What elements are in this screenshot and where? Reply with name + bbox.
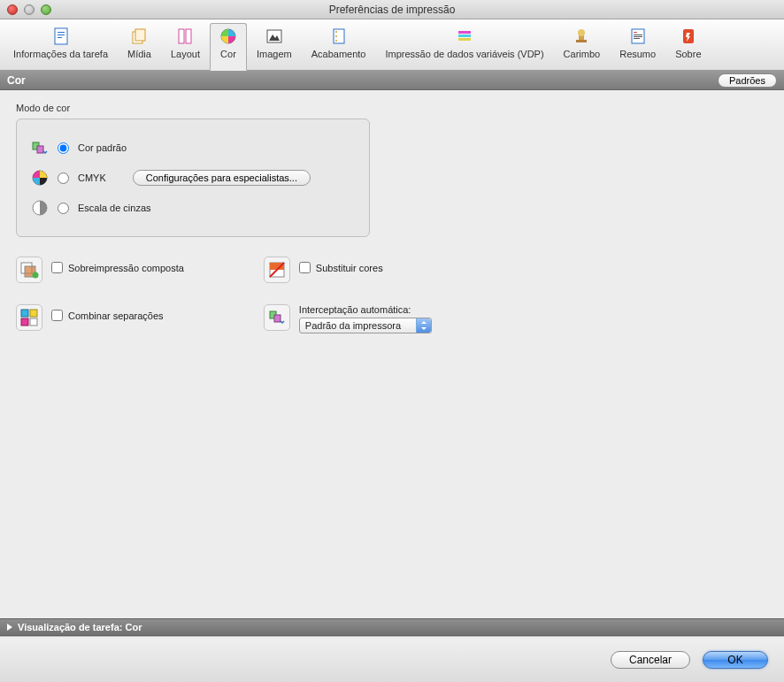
- svg-rect-5: [135, 29, 145, 41]
- tab-label: Sobre: [675, 49, 701, 59]
- tab-vdp[interactable]: Impressão de dados variáveis (VDP): [375, 23, 553, 70]
- composite-overprint-checkbox[interactable]: [51, 262, 63, 273]
- svg-rect-24: [634, 36, 642, 37]
- standard-color-radio[interactable]: [58, 142, 69, 154]
- svg-rect-0: [55, 28, 67, 44]
- combine-separations-checkbox[interactable]: [51, 310, 63, 321]
- tab-label: Imagem: [257, 49, 292, 59]
- composite-overprint-icon: [16, 257, 42, 283]
- svg-point-13: [335, 35, 337, 37]
- about-icon: [680, 27, 697, 45]
- standard-color-label[interactable]: Cor padrão: [78, 142, 127, 153]
- tab-label: Carimbo: [564, 49, 601, 59]
- auto-trap-select[interactable]: Padrão da impressora: [299, 318, 432, 333]
- tab-label: Acabamento: [311, 49, 366, 59]
- job-info-icon: [52, 27, 70, 45]
- svg-point-12: [335, 31, 337, 33]
- tab-color[interactable]: Cor: [210, 23, 247, 71]
- layout-icon: [176, 27, 194, 45]
- expert-settings-button[interactable]: Configurações para especialistas...: [133, 170, 311, 186]
- color-mode-label: Modo de cor: [16, 103, 768, 113]
- standard-color-icon: [31, 139, 49, 157]
- media-icon: [130, 27, 148, 45]
- svg-rect-35: [30, 310, 37, 317]
- defaults-button[interactable]: Padrões: [718, 73, 777, 88]
- composite-overprint-label[interactable]: Sobreimpressão composta: [68, 263, 184, 273]
- substitute-colors-label[interactable]: Substituir cores: [316, 263, 383, 273]
- tab-image[interactable]: Imagem: [247, 23, 302, 70]
- cmyk-label[interactable]: CMYK: [78, 172, 106, 183]
- combine-separations-label[interactable]: Combinar separações: [68, 310, 164, 321]
- svg-rect-3: [58, 37, 62, 38]
- svg-rect-2: [58, 34, 65, 35]
- tab-label: Layout: [171, 49, 200, 59]
- stamp-icon: [573, 27, 590, 45]
- section-title: Cor: [7, 74, 26, 87]
- window-title: Preferências de impressão: [0, 4, 784, 16]
- tab-label: Impressão de dados variáveis (VDP): [385, 49, 543, 59]
- tab-label: Mídia: [127, 49, 151, 59]
- svg-rect-18: [576, 40, 587, 42]
- tab-label: Cor: [220, 49, 236, 59]
- svg-rect-16: [458, 34, 471, 37]
- svg-rect-25: [634, 38, 640, 39]
- auto-trap-icon: [264, 304, 290, 331]
- svg-rect-37: [30, 318, 37, 326]
- preview-bar-label: Visualização de tarefa: Cor: [18, 622, 142, 632]
- svg-rect-22: [634, 32, 637, 33]
- substitute-colors-icon: [264, 257, 290, 283]
- svg-rect-1: [58, 32, 65, 33]
- svg-rect-15: [458, 31, 471, 34]
- tab-stamp[interactable]: Carimbo: [554, 23, 611, 70]
- grayscale-label[interactable]: Escala de cinzas: [78, 203, 151, 213]
- toolbar: Informações da tarefa Mídia Layout Cor I…: [0, 19, 784, 71]
- bottom-bar: Cancelar OK: [0, 636, 784, 682]
- svg-point-33: [33, 272, 39, 279]
- disclosure-triangle-icon: [7, 624, 12, 631]
- preview-bar[interactable]: Visualização de tarefa: Cor: [0, 618, 784, 636]
- svg-point-14: [335, 40, 337, 42]
- tab-label: Resumo: [619, 49, 656, 59]
- color-icon: [219, 27, 237, 45]
- vdp-icon: [456, 27, 473, 45]
- grayscale-icon: [31, 199, 49, 217]
- svg-rect-23: [634, 34, 642, 35]
- svg-point-20: [578, 29, 585, 36]
- svg-rect-11: [334, 29, 344, 43]
- tab-summary[interactable]: Resumo: [610, 23, 665, 70]
- tab-layout[interactable]: Layout: [161, 23, 210, 70]
- svg-rect-36: [21, 318, 28, 326]
- svg-rect-7: [186, 29, 191, 43]
- combine-separations-icon: [16, 304, 42, 331]
- svg-rect-6: [179, 29, 184, 43]
- tab-media[interactable]: Mídia: [118, 23, 161, 70]
- content-panel: Modo de cor Cor padrão CMYK Configuraçõe…: [0, 90, 784, 618]
- cmyk-radio[interactable]: [58, 172, 69, 184]
- minimize-button[interactable]: [24, 4, 35, 15]
- substitute-colors-checkbox[interactable]: [299, 262, 311, 273]
- image-icon: [265, 27, 283, 45]
- tab-finishing[interactable]: Acabamento: [302, 23, 376, 70]
- finishing-icon: [330, 27, 348, 45]
- traffic-lights: [7, 4, 51, 15]
- summary-icon: [629, 27, 647, 45]
- cancel-button[interactable]: Cancelar: [611, 651, 690, 669]
- cmyk-icon: [31, 169, 49, 187]
- svg-rect-42: [274, 315, 281, 322]
- auto-trap-value: Padrão da impressora: [299, 318, 432, 333]
- tab-about[interactable]: Sobre: [665, 23, 711, 70]
- svg-rect-34: [21, 310, 28, 317]
- ok-button[interactable]: OK: [703, 651, 768, 669]
- tab-label: Informações da tarefa: [13, 49, 108, 59]
- tab-job-info[interactable]: Informações da tarefa: [4, 23, 118, 70]
- titlebar: Preferências de impressão: [0, 0, 784, 19]
- section-header: Cor Padrões: [0, 71, 784, 90]
- auto-trap-label: Interceptação automática:: [299, 304, 432, 315]
- svg-rect-17: [458, 38, 471, 41]
- close-button[interactable]: [7, 4, 18, 15]
- zoom-button[interactable]: [41, 4, 51, 15]
- svg-rect-28: [37, 146, 43, 153]
- color-mode-group: Cor padrão CMYK Configurações para espec…: [16, 119, 370, 237]
- dropdown-arrows-icon: [416, 318, 431, 333]
- grayscale-radio[interactable]: [58, 203, 69, 214]
